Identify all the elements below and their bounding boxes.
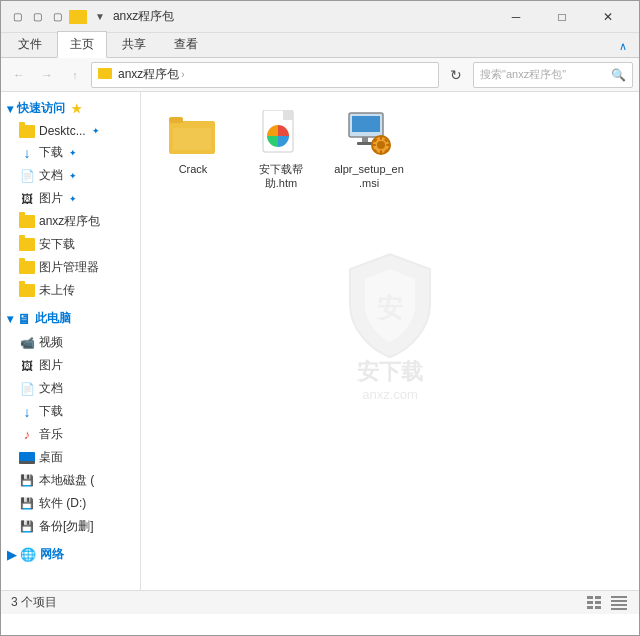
sidebar-item-label: 音乐 (39, 426, 63, 443)
search-icon: 🔍 (611, 68, 626, 82)
watermark-text: 安下载 (340, 357, 440, 387)
svg-rect-16 (372, 144, 376, 146)
sidebar-item-label: 图片 (39, 357, 63, 374)
svg-rect-24 (587, 606, 593, 609)
sidebar-item-anzxia[interactable]: 安下载 (1, 233, 140, 256)
file-item-msi[interactable]: alpr_setup_en.msi (329, 104, 409, 197)
svg-rect-29 (611, 600, 627, 602)
download-icon: ↓ (19, 146, 35, 160)
watermark-url: anxz.com (340, 387, 440, 402)
close-button[interactable]: ✕ (585, 1, 631, 33)
up-button[interactable]: ↑ (63, 63, 87, 87)
item-count: 3 个项目 (11, 594, 57, 611)
svg-rect-30 (611, 604, 627, 606)
sidebar-pc-label: 此电脑 (35, 310, 71, 327)
sidebar-item-pics1[interactable]: 🖼 图片 ✦ (1, 187, 140, 210)
file-item-htm[interactable]: 安下载帮助.htm (241, 104, 321, 197)
sidebar-item-anxz[interactable]: anxz程序包 (1, 210, 140, 233)
pin-icon: ✦ (69, 194, 77, 204)
sidebar-item-docs1[interactable]: 📄 文档 ✦ (1, 164, 140, 187)
sidebar-item-label: 图片 (39, 190, 63, 207)
document-icon: 📄 (19, 169, 35, 183)
watermark-shield-icon: 安 (340, 249, 440, 349)
title-bar: ▢ ▢ ▢ ▼ anxz程序包 ─ □ ✕ (1, 1, 639, 33)
svg-rect-26 (595, 601, 601, 604)
sidebar-item-pics2[interactable]: 🖼 图片 (1, 354, 140, 377)
sidebar-section-network[interactable]: ▶ 🌐 网络 (1, 542, 140, 567)
maximize-button[interactable]: □ (539, 1, 585, 33)
sidebar-item-backup[interactable]: 💾 备份[勿删] (1, 515, 140, 538)
sidebar-item-desktopc[interactable]: 桌面 (1, 446, 140, 469)
svg-rect-10 (362, 137, 368, 142)
quick-access-star: ★ (71, 102, 82, 116)
localdisk-icon: 💾 (19, 474, 35, 488)
svg-rect-3 (169, 117, 183, 123)
sidebar-item-desktop[interactable]: Desktc... ✦ (1, 121, 140, 141)
htm-label: 安下载帮助.htm (245, 162, 317, 191)
address-bar[interactable]: anxz程序包 › (91, 62, 439, 88)
title-dropdown-arrow: ▼ (95, 11, 105, 22)
sidebar-item-label: 安下载 (39, 236, 75, 253)
window-controls: ─ □ ✕ (493, 1, 631, 33)
sidebar-section-quick-access[interactable]: ▾ 快速访问 ★ (1, 96, 140, 121)
view-mode-icons (585, 594, 629, 612)
title-folder-icon (69, 10, 87, 24)
picture-icon: 🖼 (19, 192, 35, 206)
sidebar-item-label: 文档 (39, 380, 63, 397)
anxz-folder-icon (19, 215, 35, 229)
thispc-arrow: ▾ (7, 312, 13, 326)
tab-file[interactable]: 文件 (5, 31, 55, 57)
download2-icon: ↓ (19, 405, 35, 419)
sidebar-item-label: 桌面 (39, 449, 63, 466)
svg-rect-6 (283, 110, 293, 120)
sidebar-pc-icon: 🖥 (17, 311, 31, 327)
sidebar-item-download1[interactable]: ↓ 下载 ✦ (1, 141, 140, 164)
msi-label: alpr_setup_en.msi (333, 162, 405, 191)
imgmgr-folder-icon (19, 261, 35, 275)
file-item-crack[interactable]: Crack (153, 104, 233, 197)
ribbon-tabs: 文件 主页 共享 查看 ∧ (1, 33, 639, 57)
forward-button[interactable]: → (35, 63, 59, 87)
svg-rect-23 (587, 601, 593, 604)
search-placeholder: 搜索"anxz程序包" (480, 67, 566, 82)
system-icon-2: ▢ (29, 9, 45, 25)
sidebar-section-thispc[interactable]: ▾ 🖥 此电脑 (1, 306, 140, 331)
breadcrumb-sep: › (181, 69, 184, 80)
system-icon-1: ▢ (9, 9, 25, 25)
sidebar-item-imgmgr[interactable]: 图片管理器 (1, 256, 140, 279)
desktop-folder-icon (19, 124, 35, 138)
search-bar[interactable]: 搜索"anxz程序包" 🔍 (473, 62, 633, 88)
refresh-button[interactable]: ↻ (443, 62, 469, 88)
desktopc-icon (19, 451, 35, 465)
address-row: ← → ↑ anxz程序包 › ↻ 搜索"anxz程序包" 🔍 (1, 58, 639, 92)
sidebar-item-label: 下载 (39, 403, 63, 420)
address-breadcrumb: anxz程序包 › (98, 66, 185, 83)
sidebar-item-video[interactable]: 📹 视频 (1, 331, 140, 354)
sidebar-section-label: 快速访问 (17, 100, 65, 117)
back-button[interactable]: ← (7, 63, 31, 87)
minimize-button[interactable]: ─ (493, 1, 539, 33)
details-view-icon[interactable] (609, 594, 629, 612)
breadcrumb-folder-icon (98, 68, 112, 82)
tab-share[interactable]: 共享 (109, 31, 159, 57)
status-bar: 3 个项目 (1, 590, 639, 614)
list-view-icon[interactable] (585, 594, 605, 612)
sidebar-item-music[interactable]: ♪ 音乐 (1, 423, 140, 446)
watermark: 安 安下载 anxz.com (340, 249, 440, 402)
sidebar-item-localdisk[interactable]: 💾 本地磁盘 ( (1, 469, 140, 492)
network-icon: 🌐 (20, 547, 36, 562)
tab-home[interactable]: 主页 (57, 31, 107, 58)
svg-rect-9 (352, 116, 380, 132)
sidebar: ▾ 快速访问 ★ Desktc... ✦ ↓ 下载 ✦ 📄 文档 ✦ 🖼 图片 … (1, 92, 141, 590)
msi-icon (345, 110, 393, 158)
sidebar-item-diskd[interactable]: 💾 软件 (D:) (1, 492, 140, 515)
ribbon-collapse[interactable]: ∧ (611, 36, 635, 57)
tab-view[interactable]: 查看 (161, 31, 211, 57)
music-icon: ♪ (19, 428, 35, 442)
sidebar-item-docs2[interactable]: 📄 文档 (1, 377, 140, 400)
main-area: ▾ 快速访问 ★ Desktc... ✦ ↓ 下载 ✦ 📄 文档 ✦ 🖼 图片 … (1, 92, 639, 590)
sidebar-item-notup[interactable]: 未上传 (1, 279, 140, 302)
sidebar-item-download2[interactable]: ↓ 下载 (1, 400, 140, 423)
sidebar-item-label: anxz程序包 (39, 213, 100, 230)
htm-icon (257, 110, 305, 158)
